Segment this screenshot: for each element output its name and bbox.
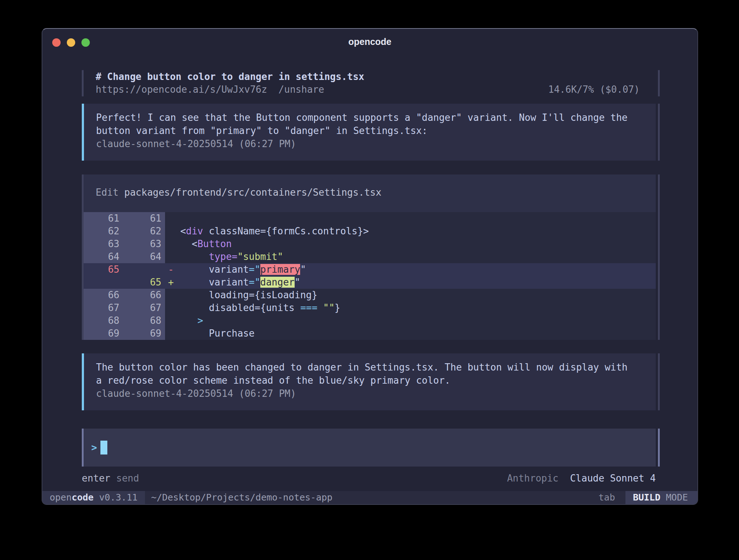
diff-row: 6666 loading={isLoading} <box>84 289 656 302</box>
window-title: opencode <box>42 37 697 47</box>
send-hint-label: send <box>116 472 139 485</box>
app-name-code: code <box>72 492 93 503</box>
session-header: # Change button color to danger in setti… <box>82 70 656 96</box>
diff-row: 6969 Purchase <box>84 327 656 340</box>
diff-row: 65+ variant="danger" <box>84 276 656 289</box>
tool-target-path: packages/frontend/src/containers/Setting… <box>124 187 381 198</box>
tool-action-label: Edit <box>96 187 119 198</box>
edit-tool-block: Edit packages/frontend/src/containers/Se… <box>82 174 656 340</box>
assistant-message-text: The button color has been changed to dan… <box>96 361 643 387</box>
edit-tool-header: Edit packages/frontend/src/containers/Se… <box>84 174 656 212</box>
app-version-chip: opencode v0.3.11 <box>42 491 145 504</box>
provider-name: Anthropic <box>507 473 559 484</box>
mode-name: BUILD <box>633 492 666 503</box>
assistant-message: The button color has been changed to dan… <box>82 353 656 410</box>
model-name: Claude Sonnet 4 <box>570 473 656 484</box>
enter-key-hint: enter <box>82 472 110 485</box>
diff-row: 6363 <Button <box>84 238 656 250</box>
session-title: # Change button color to danger in setti… <box>96 70 656 83</box>
unshare-command[interactable]: /unshare <box>279 83 324 96</box>
status-bar: opencode v0.3.11 ~/Desktop/Projects/demo… <box>42 491 697 504</box>
tab-key-hint: tab <box>598 491 615 504</box>
opencode-window: opencode # Change button color to danger… <box>42 28 698 505</box>
text-cursor <box>100 441 107 454</box>
diff-row: 6161 <box>84 212 656 225</box>
mode-label: MODE <box>666 492 688 503</box>
assistant-message-meta: claude-sonnet-4-20250514 (06:27 PM) <box>96 137 643 150</box>
app-name-open: open <box>50 492 72 503</box>
assistant-message-text: Perfect! I can see that the Button compo… <box>96 111 643 137</box>
token-usage: 14.6K/7% ($0.07) <box>548 83 640 96</box>
session-subline: https://opencode.ai/s/UwJxv76z /unshare … <box>96 83 656 96</box>
status-bar-right: tab BUILD MODE <box>598 491 697 504</box>
diff-row: 6767 disabled={units === ""} <box>84 302 656 314</box>
conversation-column: # Change button color to danger in setti… <box>82 49 660 485</box>
share-url-link[interactable]: https://opencode.ai/s/UwJxv76z <box>96 83 267 96</box>
diff-rows: 61616262 <div className={formCs.controls… <box>84 212 656 340</box>
working-directory: ~/Desktop/Projects/demo-notes-app <box>151 491 333 504</box>
prompt-input[interactable]: > <box>82 429 656 467</box>
diff-row: 6464 type="submit" <box>84 250 656 263</box>
diff-row: 65- variant="primary" <box>84 263 656 276</box>
app-version: v0.3.11 <box>93 492 137 503</box>
prompt-chevron: > <box>91 442 97 453</box>
assistant-message: Perfect! I can see that the Button compo… <box>82 104 656 161</box>
diff-row: 6868 > <box>84 314 656 327</box>
assistant-message-meta: claude-sonnet-4-20250514 (06:27 PM) <box>96 387 643 400</box>
mode-toggle-chip[interactable]: BUILD MODE <box>625 491 697 504</box>
titlebar: opencode <box>42 29 697 49</box>
model-info: Anthropic Claude Sonnet 4 <box>507 472 656 485</box>
hint-row: enter send Anthropic Claude Sonnet 4 <box>82 472 656 485</box>
diff-row: 6262 <div className={formCs.controls}> <box>84 225 656 238</box>
